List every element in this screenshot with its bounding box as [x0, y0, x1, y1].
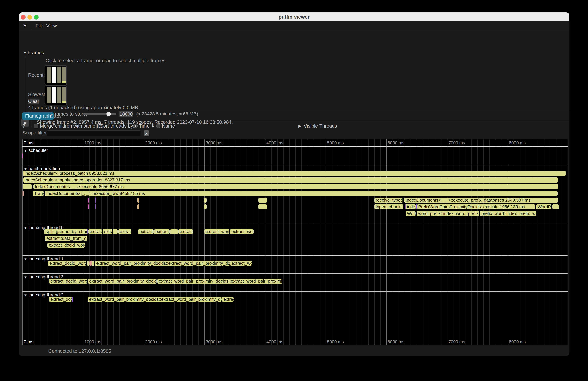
frame-bar-selected[interactable]: [52, 87, 56, 103]
scope-bar[interactable]: extrac: [119, 229, 131, 234]
scope-bar[interactable]: Word: [406, 211, 416, 216]
scope-bar[interactable]: PrefixWordPairsProximityDocids::execute …: [417, 204, 535, 210]
collapse-triangle-icon[interactable]: ▼: [24, 275, 27, 279]
merge-children-checkbox[interactable]: [34, 124, 38, 128]
scope-bar[interactable]: [416, 204, 417, 210]
sort-time-label[interactable]: Time: [139, 123, 149, 129]
tab-flamegraph[interactable]: Flamegraph: [22, 112, 54, 120]
scope-bar[interactable]: IndexScheduler>::apply_index_operation 8…: [23, 177, 558, 183]
visible-threads-triangle-icon[interactable]: ▶: [298, 124, 301, 128]
scope-bar[interactable]: [113, 229, 118, 234]
scope-bar[interactable]: Trans: [33, 191, 44, 196]
scope-bar[interactable]: extract: [88, 229, 102, 234]
slowest-frames-thumbnail[interactable]: [45, 85, 67, 105]
scope-bar[interactable]: [137, 204, 139, 210]
scope-filter-input[interactable]: [47, 130, 141, 136]
menu-view[interactable]: View: [46, 21, 57, 30]
scope-bar[interactable]: WordPr: [536, 204, 551, 210]
scope-bar[interactable]: [95, 198, 96, 203]
scope-bar[interactable]: extra: [103, 229, 112, 234]
sort-threads-label: Sort threads by:: [100, 123, 134, 129]
scope-bar[interactable]: [22, 153, 23, 159]
collapse-triangle-icon[interactable]: ▼: [24, 149, 27, 152]
scope-bar[interactable]: [89, 261, 92, 266]
scope-bar[interactable]: extract_word_pair_proximity_docids::extr…: [95, 261, 230, 266]
scope-filter-clear-button[interactable]: x: [144, 130, 149, 136]
theme-toggle-sun-icon[interactable]: ☀: [21, 21, 28, 30]
scope-bar[interactable]: extract_wo: [230, 261, 252, 266]
collapse-triangle-icon[interactable]: ▼: [24, 226, 27, 230]
scope-bar[interactable]: IndexDocuments<_, _>::execute 8656.677 m…: [33, 184, 558, 189]
frames-section-label[interactable]: Frames: [27, 50, 44, 55]
scope-bar[interactable]: [23, 191, 24, 196]
scope-bar[interactable]: [72, 297, 73, 302]
scope-bar[interactable]: extract::data_from_ob: [45, 236, 87, 241]
frame-bar[interactable]: [57, 87, 61, 103]
scope-bar[interactable]: word_prefix::index_word_prefix_: [417, 211, 479, 216]
scope-bar[interactable]: extract_docid_word: [49, 279, 87, 284]
flamegraph-canvas[interactable]: 0 ms0 ms1000 ms1000 ms2000 ms2000 ms3000…: [22, 139, 567, 345]
scope-bar[interactable]: IndexDocuments<_, _>::execute_prefix_dat…: [404, 198, 558, 203]
scope-bar[interactable]: [552, 204, 559, 210]
frame-bar[interactable]: [47, 67, 51, 83]
scope-bar[interactable]: extract_docid_word: [47, 243, 85, 248]
scope-bar[interactable]: extrac: [222, 297, 233, 302]
scope-bar[interactable]: extract_docid_word: [48, 261, 86, 266]
scope-bar[interactable]: prefix_word::index_prefix_wo: [480, 211, 536, 216]
frame-bar[interactable]: [62, 67, 66, 83]
thread-header[interactable]: ▼scheduler: [23, 148, 50, 153]
scope-bar[interactable]: IndexScheduler>::process_batch 8953.821 …: [23, 171, 566, 176]
frame-bar[interactable]: [62, 87, 66, 103]
scope-bar[interactable]: IndexDocuments<_, _>::execute_raw 8459.1…: [45, 191, 558, 196]
scope-bar[interactable]: extract_word_pair_proximity_docids: [88, 279, 157, 284]
max-frames-slider[interactable]: [83, 113, 116, 115]
scope-bar[interactable]: extract_word_pair_proximity_docids::extr…: [88, 297, 222, 302]
scope-bar[interactable]: split_grenad_by_chun: [44, 229, 87, 234]
scope-bar[interactable]: [170, 229, 178, 234]
scope-bar[interactable]: receive_typed_: [374, 198, 403, 203]
scope-bar[interactable]: extract_doc: [49, 297, 72, 302]
scope-bar[interactable]: extract: [178, 229, 193, 234]
collapse-triangle-icon[interactable]: ▼: [23, 50, 27, 55]
sort-direction-arrow-icon[interactable]: ⬇: [151, 123, 155, 128]
scope-bar[interactable]: extract_wo: [230, 229, 253, 234]
scope-bar[interactable]: extract_: [154, 229, 170, 234]
frame-bar[interactable]: [47, 87, 51, 103]
frame-bar[interactable]: [57, 67, 61, 83]
visible-threads-label[interactable]: Visible Threads: [304, 123, 337, 129]
max-frames-value[interactable]: 18000: [119, 111, 133, 117]
scope-bar[interactable]: extract_: [138, 229, 153, 234]
collapse-triangle-icon[interactable]: ▼: [24, 167, 27, 171]
frame-bar-selected[interactable]: [52, 67, 56, 83]
gridline: [496, 139, 496, 345]
sort-name-label[interactable]: Name: [162, 123, 175, 129]
scope-bar[interactable]: [87, 261, 89, 266]
scope-bar[interactable]: [258, 198, 267, 203]
scope-bar[interactable]: [92, 261, 94, 266]
clear-button[interactable]: Clear: [28, 99, 39, 104]
scope-bar[interactable]: [95, 204, 96, 210]
collapse-triangle-icon[interactable]: ▼: [24, 293, 27, 297]
tab-stats[interactable]: Stats: [50, 112, 62, 120]
scope-bar[interactable]: [88, 204, 89, 210]
scope-bar[interactable]: index: [406, 204, 416, 210]
collapse-triangle-icon[interactable]: ▼: [24, 257, 27, 261]
scope-bar[interactable]: [88, 198, 89, 203]
gridline: [168, 139, 168, 345]
sort-time-radio[interactable]: [133, 124, 138, 128]
scope-bar[interactable]: [137, 198, 139, 203]
scope-bar[interactable]: [258, 204, 267, 210]
scope-bar[interactable]: extract_word: [204, 229, 229, 234]
merge-checkbox-label[interactable]: Merge children with same ID: [40, 123, 102, 129]
scope-bar[interactable]: [23, 184, 32, 189]
sort-name-radio[interactable]: [156, 124, 160, 128]
scope-bar[interactable]: extract_word_pair_proximity_docids::extr…: [157, 279, 282, 284]
slider-knob[interactable]: [106, 111, 111, 117]
scope-bar[interactable]: [204, 204, 207, 210]
scope-bar[interactable]: typed_chunk::w: [374, 204, 403, 210]
scope-bar[interactable]: [87, 229, 88, 234]
recent-frames-thumbnail[interactable]: [45, 65, 67, 85]
help-button[interactable]: ?: [22, 123, 25, 129]
menu-file[interactable]: File: [36, 21, 43, 30]
scope-bar[interactable]: [204, 198, 207, 203]
